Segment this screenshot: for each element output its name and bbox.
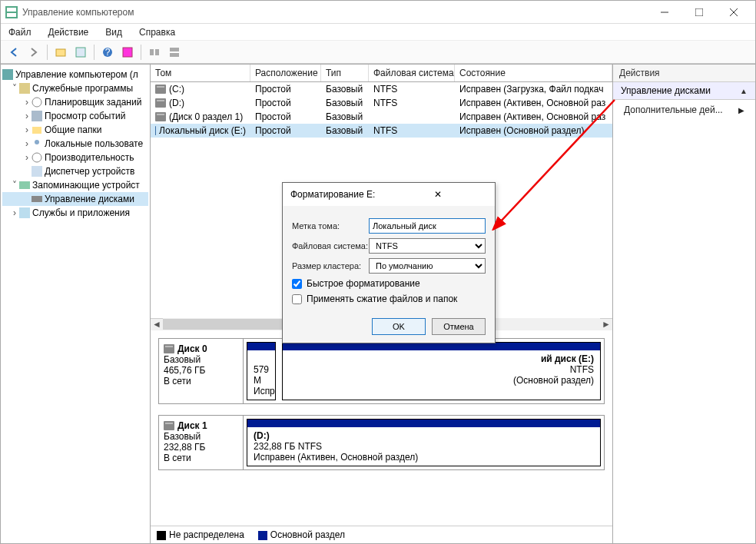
table-row[interactable]: (D:) ПростойБазовыйNTFSИсправен (Активен… [151,96,612,110]
tree-device-manager[interactable]: Диспетчер устройств [2,164,148,178]
window-title: Управление компьютером [22,7,647,18]
users-icon [32,138,42,149]
disk-map: Диск 0 Базовый465,76 ГБВ сети 579 МИспр … [151,330,612,526]
computer-icon [2,69,13,80]
volume-icon [155,126,156,135]
volume-label: Метка тома: [292,221,369,231]
table-header: Том Расположение Тип Файловая система Со… [151,65,612,82]
scroll-left-icon[interactable]: ◄ [151,318,163,330]
svg-rect-16 [2,69,13,80]
tree-performance[interactable]: ›Производительность [2,151,148,164]
svg-point-18 [32,98,41,107]
svg-rect-14 [170,48,179,51]
clock-icon [32,97,42,108]
compress-checkbox[interactable] [292,294,302,304]
dialog-titlebar: Форматирование E: ✕ [283,183,495,206]
actions-category[interactable]: Управление дисками▲ [613,82,755,100]
tree-local-users[interactable]: ›Локальные пользовате [2,137,148,151]
disk0-partition-1[interactable]: 579 МИспр [247,342,276,400]
disk-mgmt-icon [32,194,42,204]
cancel-button[interactable]: Отмена [432,318,486,335]
disk1-partition-d[interactable]: (D:)232,88 ГБ NTFSИсправен (Активен, Осн… [247,419,601,466]
actions-header: Действия [613,65,755,82]
svg-rect-26 [19,207,30,218]
wrench-icon [19,83,30,94]
tree-storage[interactable]: ˅Запоминающие устройст [2,178,148,192]
col-fs[interactable]: Файловая система [369,65,455,81]
collapse-icon: ▲ [740,87,748,95]
svg-rect-1 [7,8,16,12]
disk1-label[interactable]: Диск 1 Базовый232,88 ГБВ сети [159,416,244,469]
svg-rect-24 [19,181,30,189]
legend-primary-label: Основной раздел [270,529,345,540]
toolbar-icon-3[interactable] [119,44,136,61]
tree-services[interactable]: ›Службы и приложения [2,206,148,220]
volume-icon [155,98,166,108]
svg-rect-15 [170,53,179,57]
menu-action[interactable]: Действие [45,25,92,39]
actions-more-link[interactable]: Дополнительные дей...▶ [613,100,755,120]
svg-rect-7 [56,49,65,56]
col-tip[interactable]: Тип [321,65,369,81]
quick-format-checkbox[interactable] [292,279,302,289]
dialog-close-button[interactable]: ✕ [389,189,487,200]
cluster-label: Размер кластера: [292,261,369,270]
tree-disk-management[interactable]: Управление дисками [2,192,148,206]
col-rasp[interactable]: Расположение [250,65,321,81]
svg-rect-23 [32,166,42,177]
toolbar-icon-5[interactable] [166,44,183,61]
disk0-label[interactable]: Диск 0 Базовый465,76 ГБВ сети [159,339,244,403]
tree-root[interactable]: Управление компьютером (л [2,68,148,81]
legend-unalloc-label: Не распределена [169,529,244,540]
toolbar-icon-2[interactable] [72,44,89,61]
tree-panel: Управление компьютером (л ˅Служебные про… [1,65,151,543]
scroll-right-icon[interactable]: ► [600,318,612,330]
menu-file[interactable]: Файл [5,25,35,39]
menubar: Файл Действие Вид Справка [1,24,755,41]
svg-rect-20 [32,127,41,134]
volume-icon [155,85,166,94]
quick-format-label: Быстрое форматирование [307,278,420,289]
menu-view[interactable]: Вид [102,25,125,39]
titlebar: Управление компьютером [1,1,755,24]
table-row[interactable]: (Диск 0 раздел 1) ПростойБазовыйИсправен… [151,110,612,124]
perf-icon [32,152,42,163]
volume-label-input[interactable] [369,218,486,234]
services-icon [19,207,30,218]
cluster-size-select[interactable]: По умолчанию [369,258,486,274]
menu-help[interactable]: Справка [136,25,178,39]
legend: Не распределена Основной раздел [151,526,612,543]
disk0-block: Диск 0 Базовый465,76 ГБВ сети 579 МИспр … [158,338,605,404]
toolbar-icon-4[interactable] [146,44,163,61]
tree-task-scheduler[interactable]: ›Планировщик заданий [2,95,148,109]
table-row[interactable]: Локальный диск (E:) ПростойБазовыйNTFSИс… [151,124,612,138]
maximize-button[interactable] [681,2,716,23]
close-button[interactable] [716,2,751,23]
filesystem-label: Файловая система: [292,241,369,250]
tree-event-viewer[interactable]: ›Просмотр событий [2,109,148,123]
ok-button[interactable]: OK [372,318,426,335]
help-icon[interactable]: ? [99,44,116,61]
svg-rect-13 [155,49,159,55]
disk0-partition-e[interactable]: ий диск (E:)NTFS(Основной раздел) [282,342,601,400]
filesystem-select[interactable]: NTFS [369,238,486,254]
tree-shared-folders[interactable]: ›Общие папки [2,123,148,137]
col-tom[interactable]: Том [151,65,250,81]
disk1-block: Диск 1 Базовый232,88 ГБВ сети (D:)232,88… [158,415,605,470]
svg-rect-8 [76,48,85,57]
minimize-button[interactable] [647,2,681,23]
col-state[interactable]: Состояние [455,65,612,81]
forward-button[interactable] [25,44,42,61]
svg-text:?: ? [105,47,111,58]
back-button[interactable] [5,44,22,61]
svg-rect-11 [123,48,132,57]
legend-unalloc-icon [157,531,166,540]
svg-rect-4 [695,8,703,16]
toolbar-icon-1[interactable] [52,44,69,61]
chevron-right-icon: ▶ [738,106,744,114]
table-row[interactable]: (C:) ПростойБазовыйNTFSИсправен (Загрузк… [151,82,612,96]
tree-system-tools[interactable]: ˅Служебные программы [2,81,148,95]
svg-rect-19 [32,111,42,121]
compress-label: Применять сжатие файлов и папок [307,294,457,304]
device-icon [32,166,42,177]
